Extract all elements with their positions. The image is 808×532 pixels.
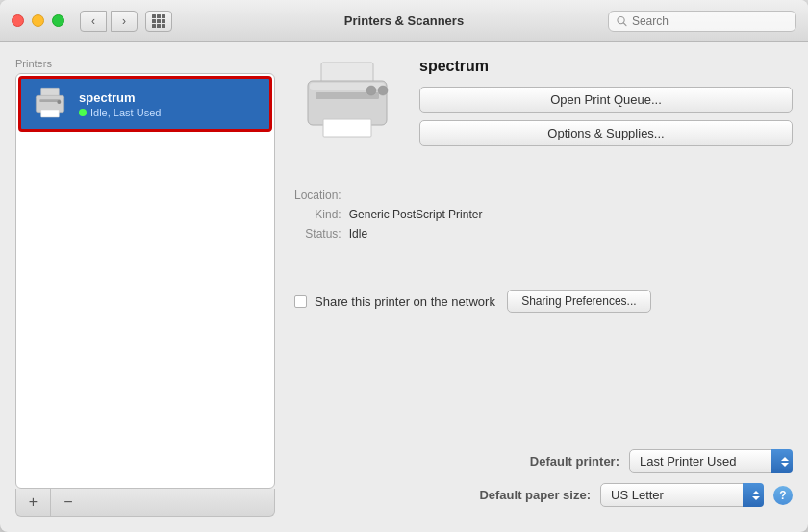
share-label: Share this printer on the network bbox=[315, 294, 495, 309]
default-printer-select[interactable]: Last Printer Used spectrum bbox=[629, 449, 793, 473]
svg-rect-5 bbox=[41, 110, 60, 117]
kind-value: Generic PostScript Printer bbox=[349, 208, 793, 221]
list-controls: + − bbox=[15, 489, 275, 517]
default-printer-row: Default printer: Last Printer Used spect… bbox=[294, 449, 793, 473]
share-checkbox-item[interactable]: Share this printer on the network bbox=[294, 294, 495, 309]
window-title: Printers & Scanners bbox=[344, 13, 464, 28]
search-icon bbox=[617, 15, 627, 27]
status-value: Idle bbox=[349, 227, 793, 241]
printer-name: spectrum bbox=[79, 90, 161, 105]
options-supplies-button[interactable]: Options & Supplies... bbox=[419, 120, 793, 146]
content-area: Printers bbox=[0, 42, 808, 532]
printer-icon bbox=[31, 87, 69, 121]
detail-printer-name: spectrum bbox=[419, 58, 793, 75]
svg-point-12 bbox=[366, 86, 376, 95]
info-table: Location: Kind: Generic PostScript Print… bbox=[294, 189, 793, 241]
minimize-button[interactable] bbox=[32, 14, 44, 27]
main-window: ‹ › Printers & Scanners Printers bbox=[0, 0, 808, 532]
close-button[interactable] bbox=[12, 14, 24, 27]
kind-label: Kind: bbox=[294, 208, 341, 221]
status-label: Status: bbox=[294, 227, 341, 241]
right-panel: spectrum Open Print Queue... Options & S… bbox=[294, 58, 793, 517]
location-label: Location: bbox=[294, 189, 341, 202]
nav-buttons: ‹ › bbox=[80, 11, 138, 32]
svg-rect-11 bbox=[323, 119, 371, 137]
search-input[interactable] bbox=[632, 14, 788, 28]
printer-status: Idle, Last Used bbox=[79, 107, 161, 118]
svg-point-13 bbox=[378, 86, 388, 95]
status-dot bbox=[79, 109, 87, 116]
printer-status-text: Idle, Last Used bbox=[90, 107, 161, 118]
printer-detail-icon bbox=[294, 58, 400, 154]
search-box[interactable] bbox=[608, 11, 796, 32]
divider bbox=[294, 266, 793, 266]
forward-button[interactable]: › bbox=[111, 11, 138, 32]
add-printer-button[interactable]: + bbox=[16, 489, 51, 516]
action-buttons: Open Print Queue... Options & Supplies..… bbox=[419, 87, 793, 146]
default-paper-label: Default paper size: bbox=[466, 488, 591, 502]
printer-info: spectrum Idle, Last Used bbox=[79, 90, 161, 118]
titlebar: ‹ › Printers & Scanners bbox=[0, 0, 808, 42]
printer-list: spectrum Idle, Last Used bbox=[15, 73, 275, 489]
grid-icon bbox=[152, 14, 165, 28]
printers-section-label: Printers bbox=[15, 58, 275, 69]
default-paper-select[interactable]: US Letter A4 A3 bbox=[600, 483, 764, 507]
sharing-preferences-button[interactable]: Sharing Preferences... bbox=[507, 290, 651, 313]
default-paper-select-wrapper: US Letter A4 A3 bbox=[600, 483, 764, 507]
share-row: Share this printer on the network Sharin… bbox=[294, 290, 793, 313]
svg-line-1 bbox=[623, 23, 626, 26]
share-checkbox[interactable] bbox=[294, 295, 307, 308]
default-printer-label: Default printer: bbox=[494, 454, 619, 469]
help-button[interactable]: ? bbox=[773, 486, 793, 505]
printer-item[interactable]: spectrum Idle, Last Used bbox=[18, 76, 272, 132]
printer-detail-info: spectrum Open Print Queue... Options & S… bbox=[419, 58, 793, 146]
open-print-queue-button[interactable]: Open Print Queue... bbox=[419, 87, 793, 113]
default-printer-select-wrapper: Last Printer Used spectrum bbox=[629, 449, 793, 473]
default-paper-row: Default paper size: US Letter A4 A3 ? bbox=[294, 483, 793, 507]
maximize-button[interactable] bbox=[52, 14, 64, 27]
printer-preview bbox=[294, 58, 400, 154]
printer-details: spectrum Open Print Queue... Options & S… bbox=[294, 58, 793, 154]
bottom-section: Default printer: Last Printer Used spect… bbox=[294, 440, 793, 517]
grid-button[interactable] bbox=[145, 11, 172, 32]
svg-point-6 bbox=[57, 100, 61, 104]
remove-printer-button[interactable]: − bbox=[51, 489, 86, 516]
left-panel: Printers bbox=[15, 58, 275, 517]
back-button[interactable]: ‹ bbox=[80, 11, 107, 32]
traffic-lights bbox=[12, 14, 64, 27]
